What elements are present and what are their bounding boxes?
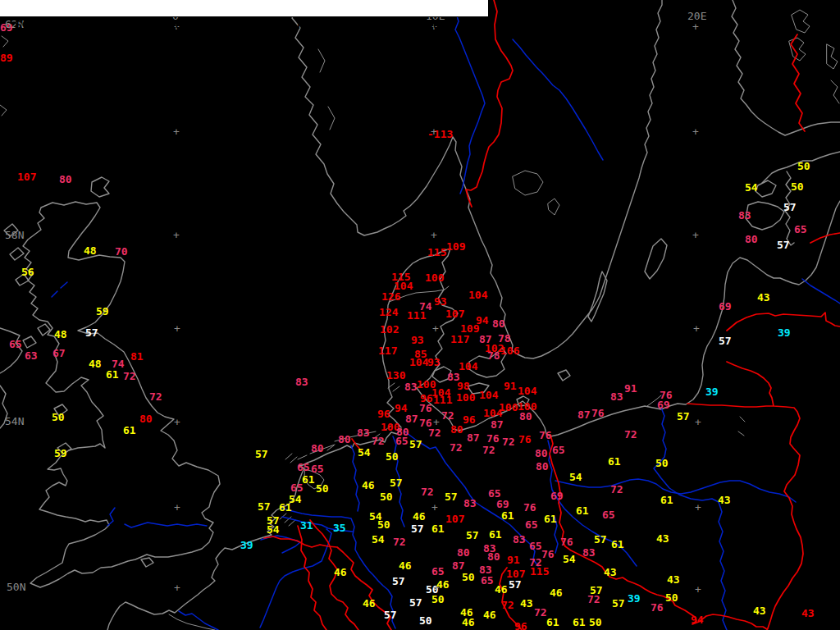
graticule-label: 54N bbox=[5, 416, 24, 427]
station-gust-value: 50 bbox=[419, 615, 432, 626]
station-gust-value: 93 bbox=[427, 357, 441, 368]
station-gust-value: 91 bbox=[624, 383, 637, 394]
station-gust-value: 76 bbox=[539, 430, 552, 441]
graticule-label: 50N bbox=[7, 582, 25, 592]
station-gust-value: 80 bbox=[535, 448, 548, 459]
station-gust-value: 57 bbox=[390, 477, 403, 488]
station-gust-value: 57 bbox=[85, 327, 98, 338]
station-gust-value: 65 bbox=[552, 445, 565, 455]
station-gust-value: 72 bbox=[149, 391, 162, 402]
station-gust-value: 126 bbox=[381, 291, 400, 302]
station-gust-value: 72 bbox=[482, 445, 495, 455]
station-gust-value: 61 bbox=[544, 514, 557, 524]
station-gust-value: 72 bbox=[393, 536, 406, 547]
station-gust-value: 80 bbox=[457, 547, 470, 558]
station-gust-value: 117 bbox=[378, 345, 397, 356]
station-gust-value: 57 bbox=[719, 336, 732, 346]
graticule-cross: + bbox=[431, 502, 438, 513]
station-gust-value: 61 bbox=[123, 425, 136, 436]
station-gust-value: 80 bbox=[492, 318, 505, 329]
station-gust-value: 130 bbox=[386, 370, 405, 381]
station-gust-value: 72 bbox=[624, 429, 637, 440]
station-gust-value: 65 bbox=[431, 566, 445, 577]
station-gust-value: 57 bbox=[409, 597, 422, 608]
station-gust-value: 57 bbox=[255, 449, 268, 459]
station-gust-value: 80 bbox=[745, 234, 758, 244]
station-gust-value: 63 bbox=[25, 350, 38, 361]
station-gust-value: 80 bbox=[536, 461, 549, 472]
station-gust-value: 61 bbox=[431, 523, 445, 534]
station-gust-value: 72 bbox=[372, 436, 385, 446]
station-gust-value: 104 bbox=[518, 386, 536, 396]
station-gust-value: 98 bbox=[457, 381, 470, 391]
station-gust-value: 43 bbox=[520, 598, 533, 609]
station-gust-value: 43 bbox=[667, 574, 680, 585]
station-gust-value: 65 bbox=[297, 462, 310, 472]
station-gust-value: 76 bbox=[541, 549, 555, 559]
station-gust-value: 117 bbox=[450, 334, 469, 345]
station-gust-value: 46 bbox=[399, 560, 412, 571]
station-gust-value: 65 bbox=[525, 519, 538, 530]
station-gust-value: 50 bbox=[431, 594, 445, 605]
graticule-cross: + bbox=[695, 584, 701, 595]
station-gust-value: 46 bbox=[334, 567, 347, 578]
station-gust-value: 93 bbox=[411, 335, 424, 345]
title-bar: SON 14.01.07 09:00 UTC Bodenwettermeldun… bbox=[0, 0, 488, 17]
graticule-cross: + bbox=[695, 502, 701, 513]
station-gust-value: 70 bbox=[115, 246, 128, 257]
station-gust-value: 43 bbox=[801, 608, 815, 619]
station-gust-value: 50 bbox=[791, 181, 804, 192]
station-gust-value: 87 bbox=[491, 419, 504, 430]
station-gust-value: 57 bbox=[409, 439, 422, 450]
station-gust-value: 65 bbox=[9, 339, 22, 349]
station-gust-value: 43 bbox=[757, 292, 770, 303]
graticule-cross: + bbox=[433, 582, 440, 593]
station-gust-value: 109 bbox=[446, 241, 465, 252]
station-gust-value: 69 bbox=[496, 499, 509, 509]
station-gust-value: 106 bbox=[500, 345, 519, 356]
station-gust-value: 83 bbox=[463, 498, 477, 509]
station-gust-value: 50 bbox=[665, 592, 678, 603]
station-gust-value: 57 bbox=[509, 579, 522, 590]
graticule-cross: + bbox=[695, 417, 701, 427]
station-gust-value: 72 bbox=[534, 607, 547, 618]
station-gust-value: 87 bbox=[578, 409, 591, 420]
station-gust-value: 65 bbox=[481, 575, 494, 586]
station-gust-value: 72 bbox=[441, 410, 454, 421]
station-gust-value: 89 bbox=[0, 52, 13, 63]
station-gust-value: 96 bbox=[463, 414, 476, 425]
station-gust-value: 83 bbox=[582, 547, 596, 558]
station-gust-value: 46 bbox=[363, 598, 376, 609]
station-gust-value: 50 bbox=[377, 519, 390, 530]
station-gust-value: 39 bbox=[628, 593, 641, 604]
station-gust-value: 107 bbox=[445, 308, 464, 319]
station-gust-value: 83 bbox=[513, 534, 526, 545]
station-gust-value: 61 bbox=[489, 529, 502, 540]
station-gust-value: 111 bbox=[433, 395, 452, 405]
station-gust-value: 50 bbox=[380, 491, 393, 502]
station-gust-value: 80 bbox=[311, 443, 324, 454]
graticule-cross: + bbox=[173, 126, 180, 137]
graticule-cross: + bbox=[432, 323, 439, 334]
station-gust-value: 87 bbox=[452, 560, 465, 571]
station-gust-value: 96 bbox=[377, 409, 390, 419]
station-gust-value: 104 bbox=[459, 361, 477, 372]
station-gust-value: 50 bbox=[462, 572, 475, 582]
station-gust-value: 46 bbox=[462, 617, 475, 628]
station-gust-value: 39 bbox=[778, 327, 791, 338]
station-gust-value: 57 bbox=[445, 491, 458, 502]
station-gust-value: 83 bbox=[610, 391, 623, 402]
station-gust-value: 76 bbox=[591, 408, 605, 418]
station-gust-value: 57 bbox=[384, 609, 397, 620]
station-gust-value: 61 bbox=[611, 539, 624, 550]
station-gust-value: 46 bbox=[362, 480, 375, 491]
graticule-cross: + bbox=[174, 417, 180, 427]
station-gust-value: 72 bbox=[123, 371, 136, 381]
station-gust-value: 104 bbox=[409, 357, 428, 368]
station-gust-value: 35 bbox=[333, 523, 346, 533]
station-gust-value: 72 bbox=[587, 594, 600, 605]
graticule-cross: + bbox=[692, 21, 699, 32]
station-gust-value: 48 bbox=[84, 245, 97, 256]
station-gust-value: 46 bbox=[483, 609, 496, 620]
station-gust-value: 78 bbox=[487, 350, 500, 361]
